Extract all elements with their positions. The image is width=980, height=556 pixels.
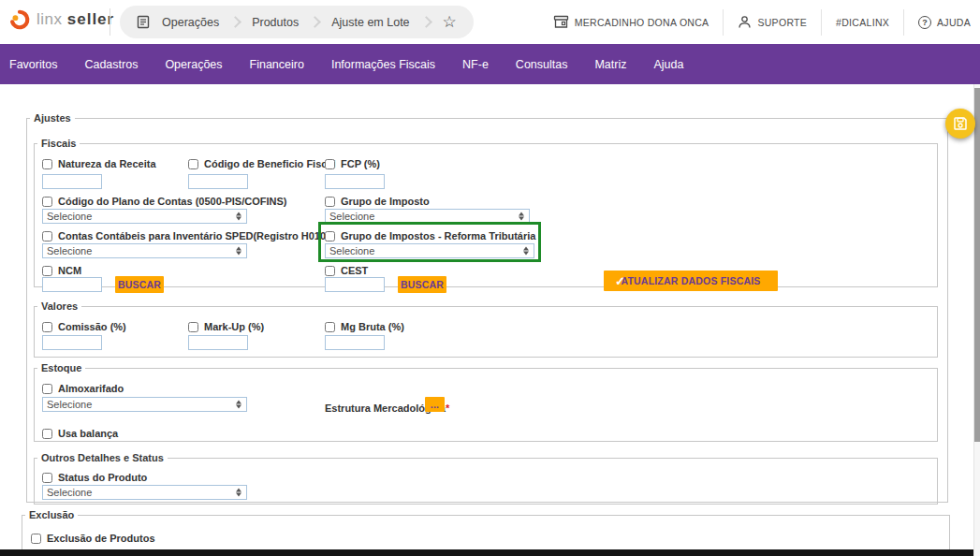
field-mgbruta: Mg Bruta (%) — [325, 321, 404, 332]
estrutura-mercadologica-button[interactable]: ... — [425, 397, 445, 412]
ncm-option[interactable]: NCM — [42, 265, 81, 276]
fcp-input[interactable] — [325, 174, 385, 189]
scrollbar-thumb[interactable] — [974, 88, 980, 442]
save-floating-button[interactable] — [945, 109, 975, 139]
comissao-input[interactable] — [42, 335, 102, 350]
markup-checkbox[interactable] — [188, 322, 198, 332]
status-produto-select[interactable]: Selecione — [42, 485, 247, 500]
usa-balanca-checkbox[interactable] — [42, 429, 52, 439]
field-almoxarifado: Almoxarifado — [42, 383, 124, 394]
grupo-imposto-option[interactable]: Grupo de Imposto — [325, 196, 430, 207]
markup-input[interactable] — [188, 335, 248, 350]
fcp-option[interactable]: FCP (%) — [325, 158, 380, 169]
support-button[interactable]: SUPORTE — [734, 15, 811, 29]
chevron-right-icon — [229, 16, 241, 28]
grupo-imposto-select[interactable]: Selecione — [325, 209, 530, 224]
grupo-reforma-select-value: Selecione — [329, 245, 374, 256]
dicalinx-button[interactable]: #DICALINX — [832, 17, 893, 28]
usa-balanca-option[interactable]: Usa balança — [42, 428, 118, 439]
linx-swirl-icon — [9, 9, 30, 30]
menu-ajuda[interactable]: Ajuda — [653, 58, 683, 71]
cest-buscar-button[interactable]: BUSCAR — [398, 276, 446, 293]
natureza-receita-option[interactable]: Natureza da Receita — [42, 158, 156, 169]
menu-financeiro[interactable]: Financeiro — [250, 58, 304, 71]
ncm-checkbox[interactable] — [42, 266, 52, 276]
menu-consultas[interactable]: Consultas — [516, 58, 568, 71]
cest-option[interactable]: CEST — [325, 265, 368, 276]
breadcrumb-item-produtos[interactable]: Produtos — [252, 16, 299, 29]
atualizar-dados-fiscais-button[interactable]: ✓ ATUALIZAR DADOS FISCAIS — [604, 271, 778, 291]
mgbruta-option[interactable]: Mg Bruta (%) — [325, 321, 404, 332]
brand-bold: seller — [67, 10, 114, 28]
favorite-star-icon[interactable]: ☆ — [443, 14, 457, 30]
field-markup: Mark-Up (%) — [188, 321, 264, 332]
fcp-checkbox[interactable] — [325, 159, 335, 169]
select-arrows-icon — [236, 212, 241, 221]
natureza-receita-checkbox[interactable] — [42, 159, 52, 169]
contas-contabeis-select[interactable]: Selecione — [42, 243, 247, 258]
contas-contabeis-option[interactable]: Contas Contábeis para Inventário SPED(Re… — [42, 230, 329, 241]
field-comissao: Comissão (%) — [42, 321, 126, 332]
beneficio-fiscal-input[interactable] — [188, 174, 248, 189]
almoxarifado-checkbox[interactable] — [42, 384, 52, 394]
ajustes-legend: Ajustes — [30, 112, 75, 124]
beneficio-fiscal-option[interactable]: Código de Beneficio Fiscal — [188, 158, 336, 169]
menu-favoritos[interactable]: Favoritos — [9, 58, 57, 71]
main-menu: Favoritos Cadastros Operações Financeiro… — [0, 44, 980, 84]
breadcrumb-item-operacoes[interactable]: Operações — [162, 16, 219, 29]
contas-contabeis-checkbox[interactable] — [42, 231, 52, 241]
field-plano-contas: Código do Plano de Contas (0500-PIS/COFI… — [42, 196, 286, 207]
field-grupo-imposto: Grupo de Imposto — [325, 196, 430, 207]
divider — [821, 9, 822, 36]
vertical-scrollbar[interactable] — [973, 84, 980, 556]
beneficio-fiscal-checkbox[interactable] — [188, 159, 198, 169]
plano-contas-checkbox[interactable] — [42, 197, 52, 207]
natureza-receita-input[interactable] — [42, 174, 102, 189]
mgbruta-checkbox[interactable] — [325, 322, 335, 332]
field-ncm: NCM — [42, 265, 81, 276]
plano-contas-option[interactable]: Código do Plano de Contas (0500-PIS/COFI… — [42, 196, 286, 207]
grupo-reforma-option[interactable]: Grupo de Impostos - Reforma Tributária — [325, 230, 535, 241]
grupo-reforma-checkbox[interactable] — [325, 231, 335, 241]
exclusao-produtos-option[interactable]: Exclusão de Produtos — [31, 533, 155, 544]
help-button[interactable]: AJUDA — [914, 16, 974, 29]
store-selector[interactable]: MERCADINHO DONA ONCA — [549, 15, 713, 29]
menu-nfe[interactable]: NF-e — [462, 58, 489, 71]
select-arrows-icon — [236, 489, 241, 497]
exclusao-produtos-checkbox[interactable] — [31, 534, 41, 544]
cest-checkbox[interactable] — [325, 266, 335, 276]
status-produto-select-value: Selecione — [47, 487, 92, 498]
menu-informacoes-fiscais[interactable]: Informações Fiscais — [331, 58, 435, 71]
divider — [903, 9, 904, 36]
ajustes-section: Ajustes Fiscais Natureza da Receita Códi… — [26, 112, 948, 503]
field-contas-contabeis: Contas Contábeis para Inventário SPED(Re… — [42, 230, 329, 241]
ncm-input[interactable] — [42, 277, 102, 292]
floppy-disk-icon — [953, 116, 968, 131]
field-natureza-receita: Natureza da Receita — [42, 158, 156, 169]
beneficio-fiscal-label: Código de Beneficio Fiscal — [204, 158, 336, 169]
menu-operacoes[interactable]: Operações — [165, 58, 222, 71]
mgbruta-input[interactable] — [325, 335, 385, 350]
select-arrows-icon — [236, 247, 241, 256]
menu-cadastros[interactable]: Cadastros — [84, 58, 138, 71]
valores-section: Valores Comissão (%) Mark-Up (%) Mg Brut — [34, 300, 938, 358]
store-icon — [553, 15, 569, 29]
cest-label: CEST — [341, 265, 368, 276]
almoxarifado-option[interactable]: Almoxarifado — [42, 383, 124, 394]
status-produto-checkbox[interactable] — [42, 473, 52, 483]
comissao-option[interactable]: Comissão (%) — [42, 321, 126, 332]
plano-contas-select[interactable]: Selecione — [42, 209, 247, 224]
breadcrumb-item-ajuste-em-lote[interactable]: Ajuste em Lote — [331, 16, 409, 29]
cest-input[interactable] — [325, 277, 385, 292]
markup-option[interactable]: Mark-Up (%) — [188, 321, 264, 332]
almoxarifado-select[interactable]: Selecione — [42, 397, 247, 412]
help-label: AJUDA — [937, 17, 971, 28]
status-produto-option[interactable]: Status do Produto — [42, 472, 147, 483]
grupo-imposto-checkbox[interactable] — [325, 197, 335, 207]
comissao-checkbox[interactable] — [42, 322, 52, 332]
grupo-reforma-select[interactable]: Selecione — [325, 243, 534, 258]
ncm-buscar-button[interactable]: BUSCAR — [115, 276, 164, 293]
grupo-reforma-label: Grupo de Impostos - Reforma Tributária — [341, 230, 535, 241]
field-fcp: FCP (%) — [325, 158, 380, 169]
menu-matriz[interactable]: Matriz — [594, 58, 626, 71]
